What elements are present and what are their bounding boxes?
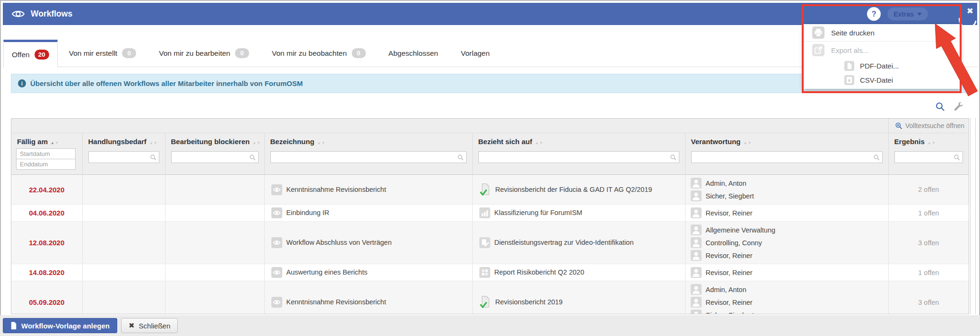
chart-icon — [479, 207, 490, 218]
filter-row — [11, 146, 969, 175]
person-name: Revisor, Reiner — [706, 299, 753, 306]
bearbeitung-filter-input[interactable] — [171, 151, 259, 163]
table-row[interactable]: 22.04.2020 Kenntnisnahme Revisionsberich… — [11, 175, 969, 205]
sort-desc-icon[interactable]: ▼ — [55, 141, 59, 145]
person-name: Admin, Anton — [706, 180, 746, 187]
sort-desc-icon[interactable]: ▼ — [321, 141, 326, 145]
column-header-bezeichnung: Bezeichnung▲▼ — [264, 133, 472, 147]
person-name: Admin, Anton — [706, 286, 746, 293]
menu-item-export-as[interactable]: Export als... — [804, 42, 961, 59]
extras-label: Extras — [893, 10, 914, 18]
scrollbar-track[interactable] — [970, 118, 976, 314]
column-header-bezieht-sich-auf: Bezieht sich auf▲▼ — [472, 133, 685, 147]
sort-desc-icon[interactable]: ▼ — [154, 141, 158, 145]
titlebar: Workflows ? Extras ✖ — [3, 3, 977, 25]
table-row[interactable]: 14.08.2020 Auswertung eines Berichts Rep… — [11, 264, 969, 281]
menu-item-csv-file[interactable]: CSV-Datei — [804, 73, 961, 87]
related-item: Report Risikobericht Q2 2020 — [494, 268, 584, 276]
bezieht-filter-input[interactable] — [478, 151, 679, 163]
sort-asc-icon[interactable]: ▲ — [535, 141, 539, 145]
printer-icon — [812, 26, 824, 39]
related-item: Revisionsbericht der Fiducia & GAD IT AG… — [495, 185, 652, 194]
related-item: Klassifizierung für ForumISM — [494, 208, 582, 217]
startdatum-filter-input[interactable] — [16, 148, 76, 159]
open-fulltext-search[interactable]: Volltextsuche öffnen — [889, 122, 968, 129]
create-workflow-template-button[interactable]: Workflow-Vorlage anlegen — [3, 318, 117, 333]
menu-item-pdf-file[interactable]: PDF-Datei... — [804, 59, 961, 73]
page-title: Workflows — [31, 9, 72, 19]
tab-offen[interactable]: Offen 20 — [3, 40, 58, 67]
due-date: 04.06.2020 — [11, 205, 82, 222]
page-icon — [10, 321, 17, 330]
workflow-eye-icon — [271, 267, 282, 278]
tab-label: Offen — [12, 51, 30, 59]
tab-von-mir-zu-bearbeiten[interactable]: Von mir zu bearbeiten 0 — [147, 40, 260, 67]
count-badge: 0 — [122, 48, 136, 58]
pdf-file-icon — [844, 61, 854, 71]
person-icon — [691, 284, 702, 295]
tab-label: Abgeschlossen — [389, 49, 438, 58]
csv-file-icon — [844, 75, 854, 85]
table-row[interactable]: 04.06.2020 Einbindung IR Klassifizierung… — [11, 205, 969, 222]
export-icon — [812, 44, 824, 56]
column-header-verantwortung: Verantwortung▲▼ — [685, 133, 888, 147]
sort-asc-icon[interactable]: ▲ — [149, 141, 154, 145]
tab-label: Von mir erstellt — [69, 49, 118, 58]
workflow-name: Einbindung IR — [286, 208, 330, 217]
table-row[interactable]: 05.09.2020 Kenntnisnahme Revisionsberich… — [11, 281, 969, 315]
workflow-name: Kenntnisnahme Revisionsbericht — [286, 185, 386, 194]
tab-von-mir-erstellt[interactable]: Von mir erstellt 0 — [58, 40, 148, 67]
tab-label: Vorlagen — [461, 49, 490, 58]
related-item: Revisionsbericht 2019 — [495, 298, 563, 306]
person-icon — [691, 190, 702, 201]
person-name: Revisor, Reiner — [706, 252, 753, 259]
search-icon[interactable] — [935, 102, 945, 112]
person-icon — [691, 310, 702, 314]
close-button[interactable]: ✖ — [967, 6, 973, 16]
table-row[interactable]: 12.08.2020 Workflow Abschluss von Verträ… — [11, 222, 969, 264]
info-icon: i — [18, 79, 26, 87]
tab-abgeschlossen[interactable]: Abgeschlossen — [377, 40, 450, 67]
column-header-handlungsbedarf: Handlungsbedarf▲▼ — [82, 133, 165, 147]
tab-label: Von mir zu bearbeiten — [159, 49, 230, 58]
sort-desc-icon[interactable]: ▼ — [539, 141, 544, 145]
bezeichnung-filter-input[interactable] — [270, 151, 467, 163]
report-icon — [479, 267, 490, 278]
enddatum-filter-input[interactable] — [16, 159, 76, 170]
workflow-eye-icon — [271, 207, 282, 218]
contract-icon — [479, 237, 490, 248]
person-icon — [691, 207, 702, 218]
workflow-name: Auswertung eines Berichts — [286, 268, 368, 276]
ergebnis-filter-input[interactable] — [894, 151, 963, 163]
menu-item-print-page[interactable]: Seite drucken — [804, 24, 961, 42]
sort-desc-icon[interactable]: ▼ — [932, 141, 936, 145]
result-count: 3 offen — [888, 222, 969, 264]
verantwortung-filter-input[interactable] — [691, 151, 883, 163]
sort-asc-icon[interactable]: ▲ — [252, 141, 257, 145]
due-date: 14.08.2020 — [11, 264, 82, 281]
sort-desc-icon[interactable]: ▼ — [747, 141, 752, 145]
info-text: Übersicht über alle offenen Workflows al… — [30, 79, 303, 87]
tab-vorlagen[interactable]: Vorlagen — [450, 40, 501, 67]
handlungsbedarf-filter-input[interactable] — [88, 151, 159, 163]
tab-von-mir-zu-beobachten[interactable]: Von mir zu beobachten 0 — [260, 40, 377, 67]
sort-desc-icon[interactable]: ▼ — [257, 141, 261, 145]
person-name: Revisor, Reiner — [706, 209, 753, 217]
extras-button[interactable]: Extras — [887, 8, 928, 20]
close-dialog-button[interactable]: ✖ Schließen — [121, 318, 178, 333]
close-icon: ✖ — [129, 321, 135, 330]
help-button[interactable]: ? — [867, 7, 881, 21]
person-name: Revisor, Reiner — [706, 269, 753, 276]
wrench-icon[interactable] — [954, 101, 964, 112]
sort-asc-icon[interactable]: ▲ — [317, 141, 321, 145]
person-name: Allgemeine Verwaltung — [706, 226, 776, 234]
result-count: 1 offen — [888, 205, 969, 222]
sort-asc-icon[interactable]: ▲ — [928, 141, 932, 145]
person-name: Controlling, Conny — [706, 239, 762, 247]
workflow-name: Workflow Abschluss von Verträgen — [286, 238, 392, 247]
person-icon — [691, 267, 702, 278]
footer-bar: Workflow-Vorlage anlegen ✖ Schließen — [0, 315, 980, 336]
workflow-eye-icon — [271, 297, 282, 308]
sort-asc-icon[interactable]: ▲ — [51, 141, 55, 145]
column-header-faellig-am: Fällig am▲▼ — [11, 133, 82, 147]
